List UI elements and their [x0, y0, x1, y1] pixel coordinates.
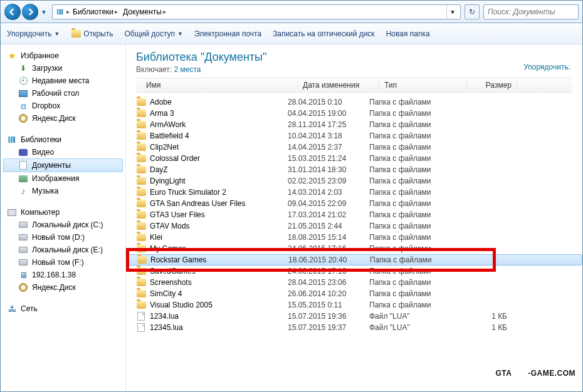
- forward-button[interactable]: [22, 4, 38, 20]
- folder-icon: [136, 300, 146, 310]
- folder-icon: [136, 153, 146, 163]
- computer-header[interactable]: Компьютер: [1, 206, 125, 219]
- col-date[interactable]: Дата изменения: [298, 81, 379, 90]
- share-menu[interactable]: Общий доступ ▼: [123, 28, 184, 40]
- refresh-button[interactable]: ↻: [465, 4, 480, 19]
- sidebar-video[interactable]: Видео: [1, 146, 125, 158]
- file-type: Папка с файлами: [369, 267, 457, 276]
- file-row[interactable]: My Games24.06.2015 17:16Папка с файлами: [126, 243, 582, 254]
- open-button[interactable]: Открыть: [70, 27, 114, 41]
- file-row[interactable]: 12345.lua15.07.2015 19:37Файл "LUA"1 КБ: [126, 322, 582, 333]
- file-list[interactable]: Adobe28.04.2015 0:10Папка с файламиArma …: [126, 96, 582, 391]
- burn-button[interactable]: Записать на оптический диск: [271, 28, 376, 40]
- sidebar-desktop[interactable]: Рабочий стол: [1, 87, 125, 100]
- sidebar-drive-f[interactable]: Новый том (F:): [1, 256, 125, 269]
- file-row[interactable]: Clip2Net14.04.2015 2:37Папка с файлами: [126, 142, 582, 153]
- sort-menu[interactable]: Упорядочить:: [523, 63, 570, 71]
- file-date: 15.03.2015 21:24: [288, 154, 369, 163]
- history-dropdown[interactable]: ▾: [39, 6, 48, 18]
- video-icon: [18, 147, 28, 157]
- email-button[interactable]: Электронная почта: [193, 28, 263, 40]
- file-row[interactable]: Screenshots28.04.2015 23:06Папка с файла…: [126, 277, 582, 288]
- yandex-icon: [18, 113, 28, 123]
- file-name: GTA San Andreas User Files: [150, 199, 246, 208]
- file-date: 17.03.2014 21:02: [288, 210, 369, 219]
- file-name: SimCity 4: [150, 289, 182, 298]
- file-row[interactable]: Colossal Order15.03.2015 21:24Папка с фа…: [126, 153, 582, 164]
- file-row[interactable]: Visual Studio 200515.05.2015 0:11Папка с…: [126, 299, 582, 311]
- folder-icon: [136, 187, 146, 197]
- computer-icon: [7, 207, 17, 217]
- file-row[interactable]: ArmAWork28.11.2014 17:25Папка с файлами: [126, 119, 582, 130]
- file-name: Visual Studio 2005: [150, 301, 213, 309]
- file-date: 15.07.2015 19:37: [288, 323, 369, 332]
- sidebar: ★Избранное ⬇Загрузки 🕘Недавние места Раб…: [1, 44, 126, 391]
- back-button[interactable]: [4, 4, 21, 20]
- sidebar-yandex2[interactable]: Яндекс.Диск: [1, 281, 125, 294]
- folder-icon: [136, 120, 146, 130]
- folder-icon: [136, 142, 146, 152]
- favorites-header[interactable]: ★Избранное: [1, 49, 125, 62]
- new-folder-button[interactable]: Новая папка: [385, 28, 431, 40]
- file-name: GTA3 User Files: [150, 210, 205, 219]
- folder-icon: [136, 176, 146, 186]
- file-row[interactable]: Arma 304.04.2015 19:00Папка с файлами: [126, 108, 582, 119]
- file-type: Папка с файлами: [369, 177, 457, 185]
- file-row[interactable]: GTAV Mods21.05.2015 2:44Папка с файлами: [126, 220, 582, 232]
- file-size: 1 КБ: [457, 323, 507, 332]
- file-row[interactable]: Battlefield 410.04.2014 3:18Папка с файл…: [126, 130, 582, 142]
- search-input[interactable]: [483, 4, 579, 19]
- file-type: Папка с файлами: [369, 154, 457, 163]
- libraries-header[interactable]: Библиотеки: [1, 133, 125, 146]
- file-row[interactable]: SimCity 426.06.2014 10:20Папка с файлами: [126, 288, 582, 299]
- sidebar-network-loc[interactable]: 🖥192.168.1.38: [1, 269, 125, 281]
- sidebar-yandex[interactable]: Яндекс.Диск: [1, 112, 125, 125]
- file-name: Adobe: [150, 98, 172, 106]
- sidebar-recent[interactable]: 🕘Недавние места: [1, 75, 125, 87]
- file-name: My Games: [150, 244, 186, 253]
- sidebar-dropbox[interactable]: ⧈Dropbox: [1, 100, 125, 112]
- file-row[interactable]: GTA San Andreas User Files09.04.2015 22:…: [126, 198, 582, 209]
- file-row[interactable]: Rockstar Games18.06.2015 20:40Папка с фа…: [126, 254, 582, 266]
- drive-icon: [18, 245, 28, 255]
- download-icon: ⬇: [18, 63, 28, 73]
- includes-link[interactable]: 2 места: [174, 65, 201, 74]
- crumb-documents[interactable]: Документы▸: [121, 5, 169, 19]
- sidebar-drive-d[interactable]: Новый том (D:): [1, 231, 125, 244]
- sidebar-music[interactable]: ♪Музыка: [1, 185, 125, 197]
- organize-menu[interactable]: Упорядочить ▼: [6, 28, 61, 40]
- sidebar-documents[interactable]: Документы: [3, 158, 123, 172]
- file-date: 14.03.2014 2:03: [288, 188, 369, 197]
- file-row[interactable]: SavedGames24.06.2015 17:16Папка с файлам…: [126, 266, 582, 277]
- crumb-libraries[interactable]: Библиотеки▸: [71, 5, 121, 19]
- yandex-icon: [18, 282, 28, 292]
- col-type[interactable]: Тип: [379, 81, 467, 90]
- file-row[interactable]: Klei18.08.2015 15:14Папка с файлами: [126, 232, 582, 243]
- address-dropdown[interactable]: ▾: [446, 5, 458, 19]
- toolbar: Упорядочить ▼ Открыть Общий доступ ▼ Эле…: [1, 23, 582, 44]
- file-name: Klei: [150, 233, 162, 242]
- sidebar-images[interactable]: Изображения: [1, 172, 125, 185]
- file-row[interactable]: GTA3 User Files17.03.2014 21:02Папка с ф…: [126, 209, 582, 220]
- file-type: Файл "LUA": [369, 323, 457, 332]
- file-row[interactable]: DyingLight02.02.2015 23:09Папка с файлам…: [126, 175, 582, 187]
- folder-icon: [136, 232, 146, 242]
- root-arrow-icon[interactable]: ▸: [65, 8, 71, 15]
- file-row[interactable]: DayZ31.01.2014 18:30Папка с файлами: [126, 164, 582, 175]
- file-type: Папка с файлами: [369, 165, 457, 174]
- file-date: 21.05.2015 2:44: [288, 222, 369, 230]
- file-row[interactable]: Adobe28.04.2015 0:10Папка с файлами: [126, 96, 582, 108]
- file-name: Clip2Net: [150, 143, 179, 152]
- file-row[interactable]: Euro Truck Simulator 214.03.2014 2:03Пап…: [126, 187, 582, 198]
- music-icon: ♪: [18, 186, 28, 196]
- dropbox-icon: ⧈: [18, 101, 28, 111]
- sidebar-drive-e[interactable]: Локальный диск (E:): [1, 244, 125, 256]
- sidebar-downloads[interactable]: ⬇Загрузки: [1, 62, 125, 75]
- sidebar-drive-c[interactable]: Локальный диск (C:): [1, 219, 125, 231]
- breadcrumb-bar[interactable]: ▸ Библиотеки▸ Документы▸ ▾: [52, 4, 461, 19]
- network-header[interactable]: 🖧Сеть: [1, 302, 125, 315]
- col-name[interactable]: Имя: [136, 81, 298, 90]
- folder-icon: [136, 131, 146, 141]
- file-row[interactable]: 1234.lua15.07.2015 19:36Файл "LUA"1 КБ: [126, 311, 582, 322]
- col-size[interactable]: Размер: [467, 81, 517, 90]
